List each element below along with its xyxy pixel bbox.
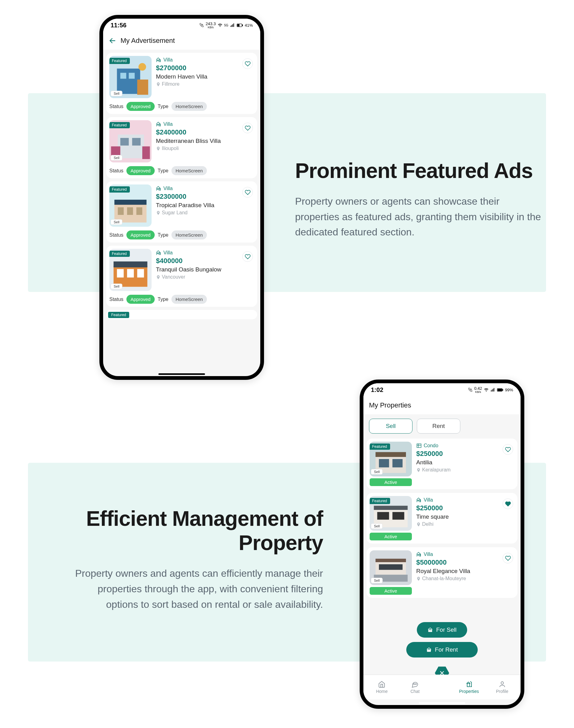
fab-label: For Rent — [435, 646, 458, 653]
heart-icon — [245, 61, 251, 67]
svg-rect-52 — [418, 554, 419, 555]
nav-properties[interactable]: Properties — [455, 681, 483, 694]
page-title: My Advertisement — [121, 37, 175, 45]
fab-label: For Sell — [436, 627, 456, 633]
property-type: Condo — [424, 443, 438, 448]
ad-list[interactable]: Featured Sell Villa $2700000 Modern Have… — [103, 50, 260, 376]
tab-rent[interactable]: Rent — [417, 419, 460, 434]
heart-filled-icon — [505, 501, 511, 507]
favorite-button[interactable] — [502, 444, 513, 455]
wifi-icon — [218, 23, 222, 28]
favorite-button[interactable] — [242, 187, 253, 198]
status-bar: 1:02 0.42 KB/s 99% — [363, 383, 521, 396]
phone-frame-properties: 1:02 0.42 KB/s 99% My Properties Sell Re… — [360, 380, 524, 709]
location-icon — [156, 275, 161, 280]
ad-card[interactable]: Featured Sell Villa $2300000 Tropical Pa… — [106, 181, 257, 243]
property-thumb: Featured Sell — [109, 249, 152, 291]
type-label: Type — [158, 104, 169, 109]
battery-icon — [237, 23, 243, 27]
section-featured-ads-text: Prominent Featured Ads Property owners o… — [295, 158, 550, 240]
svg-rect-29 — [127, 269, 134, 277]
type-label: Type — [158, 232, 169, 238]
nav-label: Profile — [496, 689, 508, 694]
property-name: Mediterranean Bliss Villa — [156, 138, 254, 144]
svg-rect-20 — [114, 200, 146, 205]
svg-rect-1 — [242, 25, 243, 26]
nav-home[interactable]: Home — [368, 681, 396, 694]
sell-badge: Sell — [371, 469, 383, 475]
section-title: Prominent Featured Ads — [295, 158, 550, 183]
favorite-button[interactable] — [502, 499, 513, 509]
ad-card[interactable]: Featured Sell Villa $2700000 Modern Have… — [106, 53, 257, 114]
status-time: 1:02 — [371, 386, 383, 393]
property-card[interactable]: Featured Sell Active Villa $250000 Time … — [367, 493, 518, 544]
svg-rect-44 — [377, 512, 389, 520]
featured-badge: Featured — [108, 312, 129, 318]
active-badge: Active — [370, 478, 412, 486]
nav-profile[interactable]: Profile — [488, 681, 516, 694]
svg-rect-27 — [114, 261, 148, 267]
status-bar: 11:56 243.3 KB/s 5G 41% — [103, 18, 260, 32]
ad-card[interactable]: Featured Sell Villa $400000 Tranquil Oas… — [106, 246, 257, 307]
svg-rect-2 — [237, 24, 239, 26]
type-label: Type — [158, 297, 169, 302]
property-type-icon — [156, 57, 162, 63]
battery-icon — [497, 388, 503, 392]
property-card[interactable]: Sell Active Villa $5000000 Royal Eleganc… — [367, 547, 518, 598]
svg-point-61 — [416, 684, 416, 685]
property-price: $400000 — [156, 257, 254, 265]
nav-chat[interactable]: Chat — [401, 681, 429, 694]
arrow-left-icon — [109, 37, 116, 44]
phone-frame-advertisement: 11:56 243.3 KB/s 5G 41% My Advertisement — [99, 15, 264, 380]
svg-rect-39 — [392, 459, 403, 467]
type-pill: HomeScreen — [171, 102, 207, 111]
ad-card[interactable]: Featured — [106, 310, 257, 319]
back-button[interactable] — [109, 37, 116, 44]
location-icon — [156, 211, 161, 215]
section-desc: Property owners and agents can efficient… — [75, 566, 323, 612]
property-thumb: Featured Sell — [109, 120, 152, 163]
bottom-nav: Home Chat Properties Profile — [363, 675, 521, 699]
home-indicator — [158, 373, 205, 375]
fab-for-rent[interactable]: RENT For Rent — [406, 642, 478, 657]
favorite-button[interactable] — [502, 553, 513, 563]
svg-rect-17 — [158, 124, 158, 125]
type-pill: HomeScreen — [171, 295, 207, 304]
network-type: 5G — [224, 24, 228, 27]
property-thumb: Featured Sell — [370, 496, 412, 531]
property-name: Time square — [416, 513, 515, 520]
heart-icon — [505, 555, 511, 561]
heart-icon — [505, 446, 511, 453]
nav-label: Home — [376, 689, 387, 694]
svg-rect-10 — [158, 60, 158, 61]
network-speed: 0.42 KB/s — [474, 386, 482, 393]
fab-for-sell[interactable]: SALE For Sell — [417, 622, 467, 638]
location-icon — [416, 522, 421, 527]
svg-rect-24 — [158, 188, 158, 189]
svg-rect-33 — [502, 389, 503, 391]
property-type: Villa — [424, 552, 433, 557]
property-card[interactable]: Featured Sell Active Condo $250000 Antil… — [367, 438, 518, 489]
svg-rect-46 — [418, 500, 419, 501]
location-icon — [156, 82, 161, 87]
tab-sell[interactable]: Sell — [369, 419, 412, 434]
property-thumb: Featured Sell — [109, 56, 152, 98]
property-price: $2300000 — [156, 192, 254, 201]
property-thumb: Featured Sell — [109, 184, 152, 227]
favorite-button[interactable] — [242, 251, 253, 262]
svg-rect-16 — [142, 146, 150, 159]
svg-text:RENT: RENT — [427, 650, 431, 652]
sell-badge: Sell — [371, 578, 383, 583]
svg-text:SALE: SALE — [428, 630, 433, 632]
ad-card[interactable]: Featured Sell Villa $2400000 Mediterrane… — [106, 117, 257, 178]
home-icon — [378, 681, 385, 688]
type-pill: HomeScreen — [171, 166, 207, 175]
favorite-button[interactable] — [242, 58, 253, 69]
property-type-icon — [156, 186, 162, 191]
heart-icon — [245, 189, 251, 196]
property-loc: Delhi — [422, 521, 433, 527]
property-type: Villa — [163, 250, 173, 256]
properties-list[interactable]: Sell Rent Featured Sell Active — [363, 414, 521, 705]
favorite-button[interactable] — [242, 123, 253, 133]
svg-rect-14 — [132, 138, 140, 145]
